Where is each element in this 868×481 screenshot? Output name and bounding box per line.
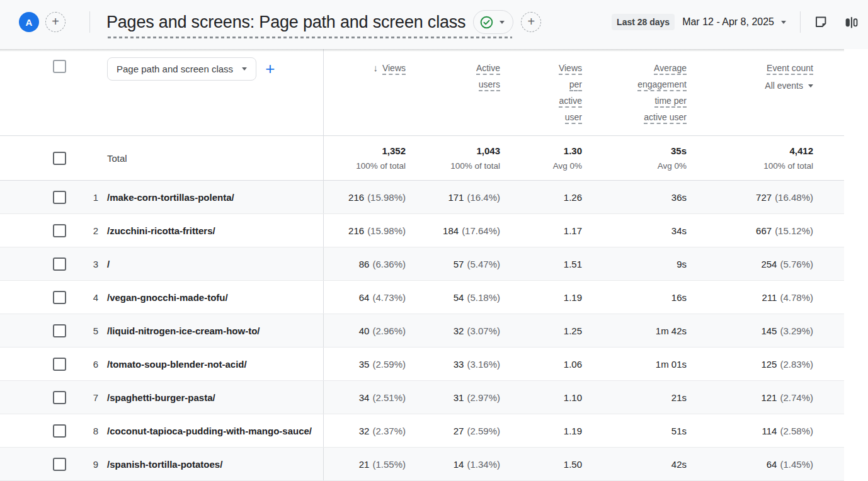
metric-value-cell: 1.19 (500, 281, 582, 314)
column-header-word: Average (654, 63, 687, 75)
row-checkbox[interactable] (53, 358, 66, 371)
plus-icon: + (52, 15, 59, 28)
metric-value: 54 (454, 292, 464, 303)
page-path-text: /make-corn-tortillas-polenta/ (107, 191, 234, 204)
table-row: 7/spaghetti-burger-pasta/34(2.51%)31(2.9… (0, 381, 844, 414)
comparison-toggle-button[interactable] (841, 12, 862, 33)
metric-value: 1m 42s (656, 325, 687, 336)
chevron-down-icon (242, 67, 247, 71)
row-number: 2 (84, 214, 107, 247)
column-header-line: user (500, 109, 582, 125)
metric-percent: (5.76%) (780, 259, 813, 269)
column-header-word: Views (559, 63, 582, 75)
metric-value-cell: 54(5.18%) (406, 281, 500, 314)
metric-value: 33 (454, 359, 464, 370)
check-circle-icon (479, 15, 494, 30)
metric-value: 64 (767, 459, 777, 470)
column-header-active-users[interactable]: Activeusers (406, 49, 500, 135)
metric-percent: (15.98%) (367, 192, 406, 203)
metric-value-cell: 1.51 (500, 247, 582, 280)
metric-value: 171 (448, 192, 464, 203)
column-header-word: active user (644, 112, 687, 124)
metric-value-cell: 1m 42s (582, 314, 687, 347)
dimension-selector[interactable]: Page path and screen class (107, 57, 256, 81)
metric-value-cell: 42s (582, 448, 687, 480)
select-all-checkbox[interactable] (53, 60, 66, 73)
column-header-line: Views (500, 60, 582, 76)
metric-percent: (4.73%) (372, 292, 406, 303)
column-header-word: time per (654, 96, 687, 108)
total-sublabel: Avg 0% (553, 161, 582, 171)
row-checkbox[interactable] (53, 324, 66, 337)
row-checkbox-cell (53, 414, 84, 447)
table-row: 3/86(6.36%)57(5.47%)1.519s254(5.76%) (0, 247, 844, 281)
metric-value: 1.17 (564, 225, 582, 236)
metric-value: 35 (359, 359, 370, 370)
chevron-down-icon (500, 21, 505, 24)
total-value: 4,412 (789, 145, 813, 157)
row-checkbox[interactable] (53, 424, 66, 438)
add-dimension-button[interactable]: + (263, 60, 277, 77)
column-header-views[interactable]: ↓Views (323, 49, 406, 135)
title-wrap: Pages and screens: Page path and screen … (106, 10, 513, 34)
row-checkbox-cell (53, 314, 84, 347)
total-event-count: 4,412100% of total (687, 136, 813, 180)
add-property-button[interactable]: + (45, 12, 66, 32)
column-header-line: active (500, 93, 582, 109)
spacer (84, 49, 107, 135)
metric-value-cell: 1.10 (500, 381, 582, 414)
metric-value-cell: 14(1.34%) (406, 448, 500, 480)
row-checkbox[interactable] (53, 224, 66, 237)
metric-percent: (6.36%) (372, 259, 406, 269)
total-row: Total 1,352100% of total 1,043100% of to… (0, 135, 844, 181)
page-path: /tomato-soup-blender-not-acid/ (107, 348, 323, 380)
column-header-avg-engagement-time[interactable]: Averageengagementtime peractive user (582, 49, 687, 135)
metric-value-cell: 35(2.59%) (323, 348, 406, 380)
total-checkbox[interactable] (53, 152, 66, 165)
avatar[interactable]: A (19, 12, 39, 32)
metric-value-cell: 9s (582, 247, 687, 280)
metric-value: 64 (359, 292, 370, 303)
header-checkbox-cell (53, 49, 84, 135)
metric-value-cell: 254(5.76%) (687, 247, 813, 280)
metric-value-cell: 36s (582, 181, 687, 213)
metric-value: 14 (454, 459, 464, 470)
report-status-dropdown[interactable] (473, 10, 513, 34)
add-comparison-button[interactable]: + (521, 12, 541, 32)
metric-value-cell: 31(2.97%) (406, 381, 500, 414)
metric-value-cell: 211(4.78%) (687, 281, 813, 314)
column-header-views-per-active-user[interactable]: Viewsperactiveuser (500, 49, 582, 135)
row-checkbox[interactable] (53, 191, 66, 204)
event-filter-dropdown[interactable]: All events (687, 79, 813, 93)
row-checkbox[interactable] (53, 391, 66, 404)
page-title: Pages and screens: Page path and screen … (106, 13, 465, 32)
row-checkbox[interactable] (53, 291, 66, 304)
notes-button[interactable] (811, 12, 831, 32)
dimension-selector-label: Page path and screen class (117, 64, 233, 74)
column-header-line: Active (406, 60, 500, 76)
metric-value: 57 (454, 259, 464, 269)
sticky-header-shadow (0, 49, 844, 52)
metric-percent: (1.55%) (372, 459, 406, 470)
comparison-icon (843, 14, 859, 30)
metric-percent: (5.18%) (467, 292, 500, 303)
total-sublabel: 100% of total (450, 161, 500, 171)
metric-value: 727 (756, 192, 772, 203)
sort-descending-icon: ↓ (373, 62, 378, 73)
row-checkbox[interactable] (53, 458, 66, 471)
date-range-picker[interactable]: Last 28 days Mar 12 - Apr 8, 2025 (612, 14, 786, 30)
metric-value-cell: 16s (582, 281, 687, 314)
column-header-line: engagement (582, 76, 687, 93)
metric-percent: (2.74%) (780, 392, 813, 403)
row-checkbox[interactable] (53, 257, 66, 271)
metric-value: 216 (348, 192, 364, 203)
column-header-line: users (406, 76, 500, 93)
row-checkbox-cell (53, 381, 84, 414)
metric-value: 27 (454, 426, 464, 436)
metric-value: 21 (359, 459, 370, 470)
table-row: 1/make-corn-tortillas-polenta/216(15.98%… (0, 181, 844, 214)
total-value: 1,043 (476, 145, 500, 157)
row-number: 7 (84, 381, 107, 414)
metric-value: 40 (359, 325, 370, 336)
column-header-event-count[interactable]: Event countAll events (687, 49, 813, 135)
